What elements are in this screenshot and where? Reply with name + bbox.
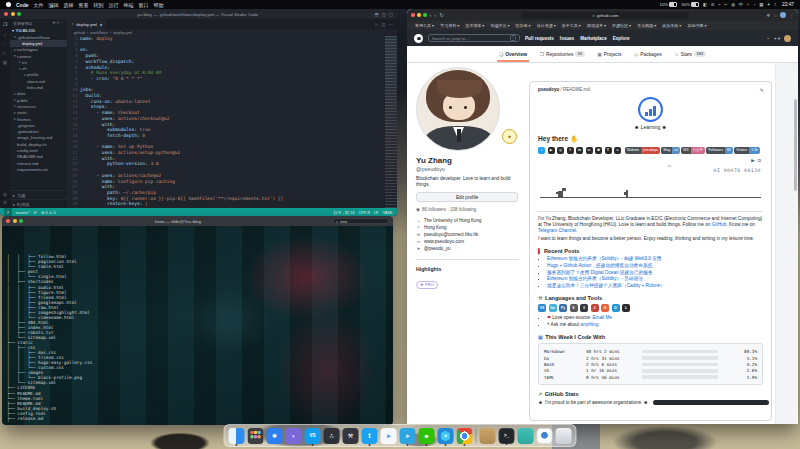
- menu-bar-clock[interactable]: 22:47: [782, 2, 794, 7]
- vscode-titlebar[interactable]: yu-blog — .github/workflows/deploy.yml —…: [0, 9, 397, 19]
- status-icon[interactable]: ✂: [724, 2, 728, 7]
- dock-safari[interactable]: ✦: [438, 428, 454, 444]
- breadcrumb[interactable]: .github› workflows› deploy.yml: [67, 29, 397, 36]
- bookmark-folder[interactable]: 前端开发 ▾: [490, 23, 509, 28]
- profile-tab[interactable]: ☆ Stars 583: [673, 46, 708, 62]
- account-icon[interactable]: ◍: [3, 192, 7, 197]
- status-icon[interactable]: ◍: [731, 2, 735, 7]
- menu-item[interactable]: 选择: [64, 2, 74, 8]
- post-link[interactable]: 就是这么简单！三分钟搭建个人图床（Caddy + Rclone）: [547, 283, 665, 288]
- status-icon[interactable]: ⌁: [718, 2, 721, 7]
- sidebar-panel[interactable]: ▸时间线: [10, 199, 67, 208]
- twitter-icon[interactable]: t: [538, 147, 545, 154]
- dock-notes-app[interactable]: [518, 428, 534, 444]
- sidebar-panel[interactable]: ▸大纲: [10, 190, 67, 199]
- post-link[interactable]: Ethereum 智能合约开发（Solidity）- 基础语法: [547, 276, 643, 281]
- github-icon[interactable]: ⚉: [595, 147, 602, 154]
- tab-deploy-yml[interactable]: ! deploy.yml ●: [67, 19, 108, 29]
- post-link[interactable]: Ethereum 智能合约开发（Solidity）- 构建 Web3.0 应用: [547, 256, 662, 261]
- layout-icon[interactable]: ◫: [382, 12, 386, 17]
- instagram-icon[interactable]: ◎: [557, 147, 564, 154]
- search-icon[interactable]: ⌕: [4, 32, 7, 37]
- minimize-button[interactable]: [417, 13, 421, 17]
- shield-badge[interactable]: Website pseudoyu: [625, 147, 660, 154]
- terminal-body[interactable]: │ │ ├── follow.html│ │ ├── pagination.ht…: [2, 226, 393, 425]
- status-icon[interactable]: ⚡: [746, 2, 749, 7]
- play-button[interactable]: ▶: [751, 158, 755, 163]
- dock-chrome[interactable]: [457, 428, 473, 444]
- post-link[interactable]: Hugo + Github Action，搭建你的博客自动发布系统: [547, 263, 652, 268]
- apple-menu-icon[interactable]: [6, 2, 11, 7]
- status-item[interactable]: LF: [374, 210, 379, 215]
- status-item[interactable]: master*: [16, 210, 30, 215]
- profile-meta-row[interactable]: ⚐ Hong Kong: [416, 224, 518, 231]
- github-nav-link[interactable]: Explore: [613, 36, 630, 41]
- reload-button[interactable]: ↻: [439, 12, 444, 18]
- dock-downloads-folder[interactable]: [480, 428, 496, 444]
- status-item[interactable]: UTF-8: [358, 210, 369, 215]
- status-icon[interactable]: ◧: [703, 2, 707, 7]
- source-control-icon[interactable]: ⑂: [4, 41, 7, 46]
- anything-link[interactable]: anything: [581, 322, 599, 327]
- profile-tab[interactable]: ❒ Repositories 33: [538, 46, 587, 62]
- editor-action-icon[interactable]: ◫: [381, 22, 385, 27]
- maximize-button[interactable]: [17, 12, 21, 16]
- github-nav-link[interactable]: Marketplace: [580, 36, 607, 41]
- bookmark-folder[interactable]: 其他书签 ▾: [687, 23, 706, 28]
- minimize-button[interactable]: [13, 219, 17, 223]
- terminal-search-input[interactable]: ⌕ tree: [333, 218, 389, 224]
- email-icon[interactable]: ✉: [586, 147, 593, 154]
- close-button[interactable]: [411, 13, 415, 17]
- github-logo-icon[interactable]: [414, 34, 423, 43]
- maximize-button[interactable]: [19, 219, 23, 223]
- menu-item[interactable]: 查看: [79, 2, 89, 8]
- profile-avatar[interactable]: [416, 67, 500, 151]
- dock-trash[interactable]: [556, 428, 572, 444]
- bookmark-folder[interactable]: 阅读清单 ▾: [587, 23, 606, 28]
- youtube-icon[interactable]: ▶: [548, 147, 555, 154]
- profile-tab[interactable]: ⬡ Packages: [632, 46, 663, 62]
- profile-tab[interactable]: ❏ Overview: [497, 46, 529, 62]
- github-search-input[interactable]: Search or jump to… /: [428, 34, 520, 42]
- browser-scrollbar[interactable]: [794, 99, 797, 191]
- share-button[interactable]: ⧉: [758, 158, 761, 163]
- explorer-icon[interactable]: ❐: [3, 22, 7, 27]
- editor-action-icon[interactable]: ▷: [375, 22, 378, 27]
- extensions-icon[interactable]: ▦: [3, 60, 7, 65]
- menu-item[interactable]: 编辑: [49, 2, 59, 8]
- devto-icon[interactable]: ∞: [614, 147, 621, 154]
- shield-badge[interactable]: Visitors 1.3k: [734, 147, 759, 154]
- menu-item[interactable]: 终端: [124, 2, 134, 8]
- profile-meta-row[interactable]: ⌂ The University of Hong Kong: [416, 216, 518, 223]
- email-link[interactable]: Email Me: [592, 315, 612, 320]
- dock-finder[interactable]: [229, 428, 245, 444]
- bookmark-folder[interactable]: 区块链 ▾: [516, 23, 531, 28]
- dock-toolbox[interactable]: ⚒: [343, 428, 359, 444]
- dock-vscode[interactable]: VS: [305, 428, 321, 444]
- edit-readme-icon[interactable]: ✎: [760, 87, 764, 93]
- layout-icon[interactable]: ⬒: [375, 12, 379, 17]
- create-new-icon[interactable]: ＋▾: [773, 36, 780, 41]
- profile-meta-row[interactable]: ➤ @pseudo_yu: [416, 245, 518, 252]
- dock-proxy-app[interactable]: ◗: [286, 428, 302, 444]
- browser-menu-icon[interactable]: ⋮: [789, 13, 794, 18]
- active-app-name[interactable]: Code: [16, 2, 29, 8]
- profile-meta-row[interactable]: ∞ www.pseudoyu.com: [416, 238, 518, 245]
- menu-item[interactable]: 转到: [94, 2, 104, 8]
- dock-iterm[interactable]: >_: [499, 428, 515, 444]
- project-root[interactable]: ▾YU-BLOG: [10, 27, 67, 34]
- facebook-icon[interactable]: f: [567, 147, 574, 154]
- minimize-button[interactable]: [11, 12, 15, 16]
- dock-mail[interactable]: ➤: [381, 428, 397, 444]
- status-icon[interactable]: ☾: [774, 2, 778, 7]
- close-button[interactable]: [6, 219, 10, 223]
- dino-game[interactable]: ▶ ⧉ HI 00078 00130 ☁: [538, 157, 763, 207]
- profile-meta-row[interactable]: ✉ pseudoyu@connect.hku.hk: [416, 231, 518, 238]
- status-item[interactable]: 行 8，列 24: [333, 210, 354, 215]
- github-link[interactable]: GitHub: [712, 222, 727, 227]
- bookmark-folder[interactable]: 效率工具 ▾: [562, 23, 581, 28]
- terminal-titlebar[interactable]: hexo — tilde@Yus-blog ⌕ tree: [2, 216, 393, 226]
- close-button[interactable]: [4, 12, 8, 16]
- readme-path[interactable]: pseudoyu / README.md: [538, 87, 763, 92]
- dock-app-store[interactable]: ✱: [267, 428, 283, 444]
